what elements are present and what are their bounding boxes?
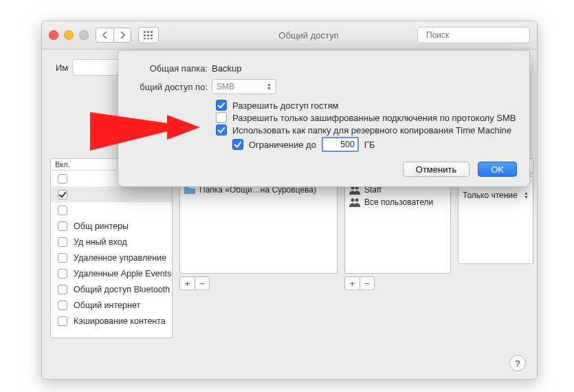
shared-folder-value: Backup (212, 63, 241, 74)
svg-rect-6 (144, 38, 146, 39)
shared-folder-label: Общая папка: (131, 63, 208, 74)
permission-row[interactable]: Только чтение▲▼ (459, 189, 533, 202)
ok-button[interactable]: OK (478, 162, 517, 177)
service-row[interactable]: Уд нный вход (51, 234, 172, 250)
service-label: Кэширование контента (74, 316, 166, 326)
service-label: Общий доступ Bluetooth (74, 285, 170, 294)
service-label: Общ ринтеры (74, 221, 129, 231)
group-icon (349, 197, 360, 207)
search-field[interactable] (417, 27, 530, 43)
svg-rect-4 (147, 34, 149, 36)
service-label: Уд нный вход (74, 237, 127, 247)
service-checkbox[interactable] (58, 206, 67, 215)
service-label: Удаленные Apple Events (74, 269, 171, 279)
add-user-button[interactable]: + (344, 276, 360, 290)
share-protocol-select[interactable]: SMB ▲▼ (212, 79, 276, 94)
limit-label-prefix: Ограничение до (249, 140, 316, 150)
col-enabled-label: Вкл. (55, 160, 70, 168)
service-row[interactable]: Общ ринтеры (51, 218, 172, 234)
nav-back-forward (96, 28, 131, 43)
computer-name-label: Им (56, 63, 68, 73)
svg-rect-1 (147, 31, 149, 33)
share-protocol-value: SMB (217, 82, 234, 91)
service-checkbox[interactable] (58, 174, 67, 184)
service-checkbox[interactable] (58, 301, 67, 310)
limit-checkbox[interactable] (232, 139, 243, 150)
service-row[interactable] (51, 202, 172, 218)
allow-guests-label: Разрешить доступ гостям (232, 100, 338, 111)
service-checkbox[interactable] (58, 269, 67, 279)
service-checkbox[interactable] (58, 253, 67, 263)
service-label: Общий интернет (74, 301, 140, 310)
show-all-button[interactable] (138, 27, 159, 43)
service-row[interactable]: Кэширование контента (51, 313, 172, 329)
svg-point-15 (355, 199, 359, 202)
svg-rect-8 (151, 38, 153, 39)
service-checkbox[interactable] (58, 221, 67, 231)
svg-rect-5 (151, 34, 153, 36)
time-machine-label: Использовать как папку для резервного ко… (232, 125, 511, 135)
service-checkbox[interactable] (58, 316, 67, 326)
cancel-button[interactable]: Отменить (403, 162, 470, 177)
service-row[interactable]: Удаленные Apple Events (51, 265, 172, 281)
time-machine-checkbox[interactable] (216, 124, 227, 135)
toolbar: Общий доступ (42, 21, 537, 50)
user-row[interactable]: Все пользователи (345, 196, 450, 208)
svg-rect-7 (147, 38, 149, 39)
allow-guests-checkbox[interactable] (216, 100, 227, 111)
service-checkbox[interactable] (58, 190, 67, 199)
back-button[interactable] (96, 28, 113, 43)
permissions-list[interactable]: Только чтение▲▼Только чтение▲▼ (458, 176, 533, 264)
help-button[interactable]: ? (509, 355, 526, 371)
user-label: Все пользователи (364, 197, 433, 207)
encrypted-smb-label: Разрешить только зашифрованные подключен… (232, 113, 516, 123)
encrypted-smb-checkbox[interactable] (216, 112, 227, 123)
svg-point-14 (351, 199, 355, 202)
remove-folder-button[interactable]: − (195, 276, 210, 290)
folder-options-sheet: Общая папка: Backup бщий доступ по: SMB … (118, 50, 530, 187)
service-row[interactable]: Общий интернет (51, 297, 172, 313)
chevron-updown-icon: ▲▼ (267, 83, 272, 91)
service-row[interactable] (51, 186, 172, 202)
add-folder-button[interactable]: + (179, 276, 195, 290)
window-controls (49, 30, 89, 40)
search-input[interactable] (425, 30, 531, 41)
service-row[interactable]: Удаленное управление (51, 250, 172, 265)
prefs-window: Общий доступ Им ьютере, тры… Вкл. Общ ри… (41, 21, 538, 380)
chevron-updown-icon: ▲▼ (524, 191, 529, 199)
remove-user-button[interactable]: − (360, 276, 375, 290)
permission-label: Только чтение (463, 190, 518, 200)
minimize-icon[interactable] (64, 30, 74, 40)
share-via-label: бщий доступ по: (131, 82, 208, 92)
close-icon[interactable] (49, 30, 58, 40)
zoom-icon (79, 30, 89, 40)
svg-rect-2 (151, 31, 153, 33)
limit-value-field[interactable]: 500 (322, 137, 359, 152)
svg-rect-3 (144, 34, 146, 36)
service-checkbox[interactable] (58, 237, 67, 247)
service-label: Удаленное управление (74, 253, 166, 263)
forward-button[interactable] (113, 28, 131, 43)
service-checkbox[interactable] (58, 285, 67, 294)
window-title: Общий доступ (166, 30, 410, 41)
service-row[interactable]: Общий доступ Bluetooth (51, 281, 172, 297)
svg-rect-0 (144, 31, 146, 33)
limit-label-suffix: ГБ (364, 140, 375, 150)
